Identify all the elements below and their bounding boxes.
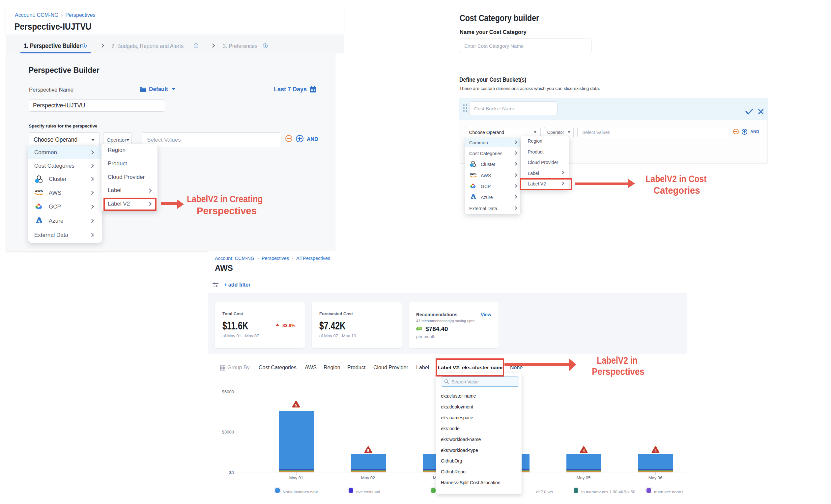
svg-text:4: 4 xyxy=(582,449,585,453)
svg-text:5: 5 xyxy=(295,403,297,407)
svg-text:4: 4 xyxy=(654,449,657,453)
svg-text:5: 5 xyxy=(367,449,369,453)
svg-text:aws: aws xyxy=(35,188,43,193)
svg-text:aws: aws xyxy=(470,172,477,176)
